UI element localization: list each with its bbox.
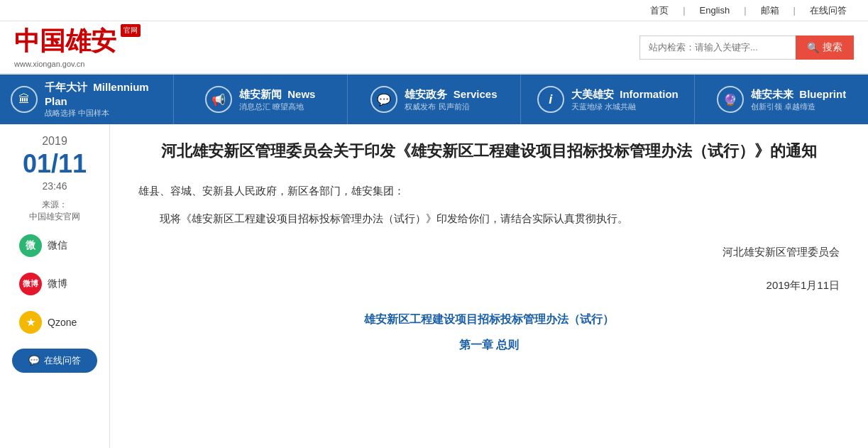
qzone-button[interactable]: ★ Qzone	[12, 307, 97, 338]
news-icon: 📢	[205, 86, 232, 113]
article-body: 雄县、容城、安新县人民政府，新区各部门，雄安集团： 现将《雄安新区工程建设项目招…	[138, 181, 840, 295]
info-text: 大美雄安 Information 天蓝地绿 水城共融	[571, 87, 679, 111]
services-sub: 权威发布 民声前沿	[405, 102, 497, 111]
search-input[interactable]	[639, 35, 796, 60]
online-service-button[interactable]: 💬 在线问答	[12, 349, 97, 373]
separator1: |	[676, 5, 692, 16]
qzone-label: Qzone	[48, 317, 77, 328]
logo[interactable]: 中国雄安 官网 www.xiongan.gov.cn	[14, 24, 141, 70]
top-nav-links: 首页 | English | 邮箱 | 在线问答	[643, 4, 854, 17]
online-service-label: 在线问答	[44, 354, 81, 367]
main-container: 2019 01/11 23:46 来源： 中国雄安官网 微 微信 微博 微博 ★…	[0, 124, 868, 448]
email-link[interactable]: 邮箱	[754, 4, 786, 17]
blueprint-text: 雄安未来 Blueprint 创新引领 卓越缔造	[751, 87, 846, 111]
info-icon: i	[537, 86, 564, 113]
nav-item-millennium[interactable]: 🏛 千年大计 Millennium Plan 战略选择 中国样本	[0, 75, 174, 124]
news-text: 雄安新闻 News 消息总汇 瞭望高地	[239, 87, 316, 111]
millennium-title: 千年大计 Millennium Plan	[45, 80, 163, 108]
nav-item-blueprint[interactable]: 🔮 雄安未来 Blueprint 创新引领 卓越缔造	[695, 75, 868, 124]
online-qa-link[interactable]: 在线问答	[803, 4, 854, 17]
services-text: 雄安政务 Services 权威发布 民声前沿	[405, 87, 497, 111]
search-icon: 🔍	[807, 42, 819, 53]
nav-item-news[interactable]: 📢 雄安新闻 News 消息总汇 瞭望高地	[174, 75, 348, 124]
article-title: 河北雄安新区管理委员会关于印发《雄安新区工程建设项目招标投标管理办法（试行）》的…	[138, 138, 840, 163]
source-name: 中国雄安官网	[29, 212, 80, 222]
info-sub: 天蓝地绿 水城共融	[571, 102, 679, 111]
blueprint-icon: 🔮	[717, 86, 744, 113]
info-title: 大美雄安 Information	[571, 87, 679, 102]
article-content: 河北雄安新区管理委员会关于印发《雄安新区工程建设项目招标投标管理办法（试行）》的…	[110, 124, 868, 448]
wechat-button[interactable]: 微 微信	[12, 230, 97, 261]
separator3: |	[786, 5, 803, 16]
millennium-icon: 🏛	[11, 86, 38, 113]
article-body-text: 现将《雄安新区工程建设项目招标投标管理办法（试行）》印发给你们，请结合实际认真贯…	[138, 209, 840, 228]
logo-area: 中国雄安 官网 www.xiongan.gov.cn	[14, 24, 141, 70]
doc-link[interactable]: 雄安新区工程建设项目招标投标管理办法（试行）	[364, 313, 614, 325]
main-nav: 🏛 千年大计 Millennium Plan 战略选择 中国样本 📢 雄安新闻 …	[0, 75, 868, 124]
millennium-sub: 战略选择 中国样本	[45, 108, 163, 118]
header: 中国雄安 官网 www.xiongan.gov.cn 🔍 搜索	[0, 21, 868, 75]
nav-item-services[interactable]: 💬 雄安政务 Services 权威发布 民声前沿	[348, 75, 522, 124]
search-button[interactable]: 🔍 搜索	[796, 35, 854, 60]
sidebar: 2019 01/11 23:46 来源： 中国雄安官网 微 微信 微博 微博 ★…	[0, 124, 110, 448]
online-service-icon: 💬	[28, 355, 40, 366]
search-btn-label: 搜索	[823, 41, 842, 54]
search-area: 🔍 搜索	[639, 35, 854, 60]
logo-url: www.xiongan.gov.cn	[14, 59, 141, 70]
article-salutation: 雄县、容城、安新县人民政府，新区各部门，雄安集团：	[138, 181, 840, 200]
english-link[interactable]: English	[693, 5, 737, 16]
news-sub: 消息总汇 瞭望高地	[239, 102, 316, 111]
article-date-signed: 2019年1月11日	[138, 275, 840, 295]
millennium-text: 千年大计 Millennium Plan 战略选择 中国样本	[45, 80, 163, 118]
services-title: 雄安政务 Services	[405, 87, 497, 102]
home-link[interactable]: 首页	[643, 4, 676, 17]
weibo-icon: 微博	[19, 273, 42, 295]
services-icon: 💬	[370, 86, 397, 113]
source-label: 来源： 中国雄安官网	[29, 199, 80, 223]
blueprint-title: 雄安未来 Blueprint	[751, 87, 846, 102]
date-day: 01/11	[23, 151, 87, 177]
date-year: 2019	[42, 135, 67, 148]
wechat-label: 微信	[48, 239, 67, 252]
blueprint-sub: 创新引领 卓越缔造	[751, 102, 846, 111]
logo-text-cn: 中国雄安	[14, 24, 116, 59]
separator2: |	[737, 5, 753, 16]
article-org: 河北雄安新区管理委员会	[138, 242, 840, 261]
top-nav: 首页 | English | 邮箱 | 在线问答	[0, 0, 868, 21]
source-text-label: 来源：	[42, 200, 67, 209]
nav-item-info[interactable]: i 大美雄安 Information 天蓝地绿 水城共融	[521, 75, 695, 124]
qzone-icon: ★	[19, 311, 42, 334]
date-time: 23:46	[42, 180, 67, 192]
weibo-label: 微博	[48, 278, 67, 290]
official-badge: 官网	[121, 24, 141, 37]
news-title: 雄安新闻 News	[239, 87, 316, 102]
wechat-icon: 微	[19, 234, 42, 257]
weibo-button[interactable]: 微博 微博	[12, 268, 97, 300]
chapter-title: 第一章 总则	[138, 338, 840, 353]
